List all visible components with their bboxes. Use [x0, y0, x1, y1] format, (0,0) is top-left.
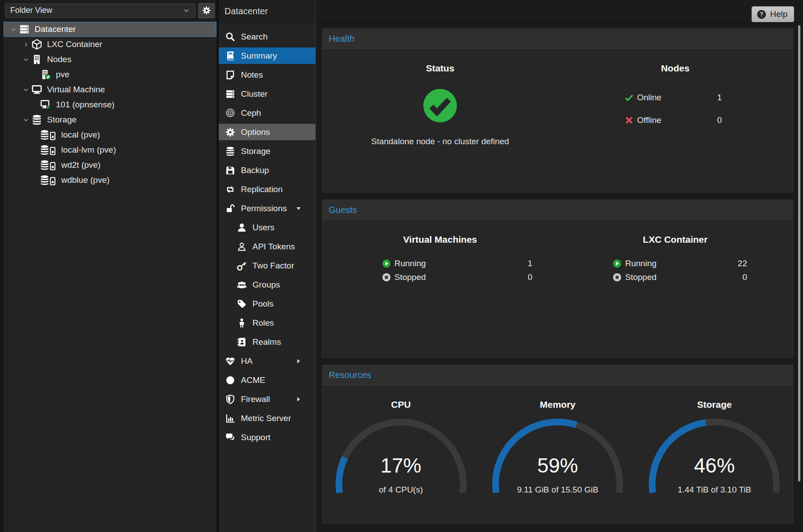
- tree-item-nodes[interactable]: Nodes: [4, 52, 216, 67]
- tree-item-local-pve[interactable]: local (pve): [4, 127, 216, 142]
- tree-settings-button[interactable]: [198, 3, 215, 18]
- nav-item-search[interactable]: Search: [219, 28, 315, 45]
- cluster-icon: [225, 89, 236, 99]
- tag-icon: [236, 299, 247, 309]
- nav-item-api-tokens[interactable]: API Tokens: [219, 238, 315, 255]
- vertical-scrollbar-thumb[interactable]: [798, 25, 800, 481]
- nav-item-label: Permissions: [241, 204, 287, 213]
- heartbeat-icon: [225, 356, 236, 366]
- nav-item-options[interactable]: Options: [219, 124, 315, 140]
- nav-item-two-factor[interactable]: Two Factor: [219, 257, 315, 274]
- chevron-right-icon[interactable]: [20, 39, 31, 50]
- view-mode-value: Folder View: [10, 6, 182, 15]
- nav-item-label: Metric Server: [241, 414, 291, 423]
- nav-item-label: Notes: [241, 70, 263, 80]
- db-drive-icon: [40, 129, 57, 141]
- proxmox-app: Folder View DatacenterLXC ContainerNodes…: [0, 0, 803, 532]
- gear-icon: [202, 6, 211, 15]
- chevron-down-icon[interactable]: [20, 114, 31, 125]
- chevron-down-icon[interactable]: [20, 54, 31, 65]
- expander-glyph: [22, 41, 30, 48]
- db-drive-icon: [40, 159, 57, 171]
- health-panel: Health Status Standalone node - no clust…: [322, 28, 793, 193]
- tree-item-lxc-container[interactable]: LXC Container: [4, 37, 216, 52]
- tree-item-label: Datacenter: [35, 22, 76, 37]
- tree-toolbar: Folder View: [4, 0, 216, 21]
- nav-item-permissions[interactable]: Permissions: [219, 200, 315, 217]
- resource-gauge-storage: Storage46%1.44 TiB of 3.10 TiB: [636, 385, 793, 495]
- gauge-detail: of 4 CPU(s): [323, 485, 479, 495]
- nav-item-backup[interactable]: Backup: [219, 162, 315, 178]
- nav-item-label: HA: [241, 356, 252, 366]
- nav-item-cluster[interactable]: Cluster: [219, 86, 315, 102]
- status-heading: Status: [323, 49, 558, 74]
- guest-row-label: Stopped: [394, 272, 426, 282]
- nav-item-ha[interactable]: HA: [219, 353, 315, 369]
- chevron-down-icon[interactable]: [20, 84, 31, 95]
- tree-item-datacenter[interactable]: Datacenter: [4, 22, 216, 37]
- tree-item-pve[interactable]: pve: [4, 67, 216, 82]
- nav-item-acme[interactable]: ACME: [219, 372, 315, 388]
- check-icon: [624, 93, 634, 102]
- nav-item-label: Replication: [241, 185, 283, 194]
- health-status-column: Status Standalone node - no cluster defi…: [323, 49, 558, 146]
- summary-content: Help Health Status Standalone node - no …: [316, 0, 803, 532]
- nav-item-users[interactable]: Users: [219, 219, 315, 236]
- nav-item-support[interactable]: Support: [219, 429, 315, 445]
- expander-glyph: [22, 56, 30, 63]
- chevron-down-icon[interactable]: [8, 24, 19, 35]
- nav-item-groups[interactable]: Groups: [219, 276, 315, 293]
- cluster-status-message: Standalone node - no cluster defined: [323, 137, 558, 146]
- guests-column-lxc-container: LXC ContainerRunning22Stopped0: [558, 220, 793, 284]
- guest-row-value: 0: [742, 272, 747, 282]
- replication-icon: [225, 184, 236, 195]
- tree-item-label: wd2t (pve): [61, 158, 101, 173]
- help-button[interactable]: Help: [752, 6, 794, 22]
- cross-icon: [624, 115, 634, 125]
- tree-item-wd2t-pve[interactable]: wd2t (pve): [4, 158, 216, 173]
- nav-item-summary[interactable]: Summary: [219, 47, 315, 64]
- tree-item-label: Nodes: [47, 52, 71, 67]
- guest-row-label: Running: [394, 259, 426, 268]
- tree-item-label: wdblue (pve): [61, 173, 110, 188]
- tree-item-label: pve: [56, 67, 70, 82]
- datacenter-nav-menu: SearchSummaryNotesClusterCephOptionsStor…: [219, 23, 315, 445]
- nav-item-label: Search: [241, 32, 268, 42]
- tree-item-storage[interactable]: Storage: [4, 112, 216, 127]
- guests-column-heading: LXC Container: [558, 220, 793, 245]
- guest-row-label: Stopped: [625, 272, 657, 282]
- tree-item-virtual-machine[interactable]: Virtual Machine: [4, 82, 216, 97]
- nav-item-ceph[interactable]: Ceph: [219, 105, 315, 121]
- resources-panel: Resources CPU17%of 4 CPU(s)Memory59%9.11…: [322, 365, 793, 524]
- nav-item-label: Support: [241, 433, 271, 442]
- tree-item-local-lvm-pve[interactable]: local-lvm (pve): [4, 142, 216, 158]
- nav-item-roles[interactable]: Roles: [219, 315, 315, 331]
- unlock-icon: [225, 203, 236, 214]
- gauge-heading: Storage: [636, 385, 793, 410]
- nav-item-metric-server[interactable]: Metric Server: [219, 410, 315, 426]
- view-mode-select[interactable]: Folder View: [5, 4, 195, 18]
- guest-row-stopped: Stopped0: [323, 270, 558, 284]
- nav-item-notes[interactable]: Notes: [219, 67, 315, 83]
- building-check-icon: [40, 69, 51, 80]
- user-icon: [236, 222, 247, 233]
- db-drive-icon: [40, 144, 57, 156]
- monitor-icon: [31, 84, 43, 95]
- nav-item-label: Summary: [241, 51, 277, 61]
- tree-item-101-opnsense[interactable]: 101 (opnsense): [4, 97, 216, 112]
- gauge-percent-value: 46%: [648, 453, 781, 477]
- tree-item-label: 101 (opnsense): [56, 97, 114, 112]
- expander-glyph: [22, 86, 30, 94]
- nav-item-replication[interactable]: Replication: [219, 181, 315, 197]
- guest-row-stopped: Stopped0: [558, 270, 793, 284]
- nav-item-pools[interactable]: Pools: [219, 296, 315, 312]
- nav-item-firewall[interactable]: Firewall: [219, 391, 315, 407]
- nodes-row-value: 0: [717, 115, 722, 125]
- nav-item-realms[interactable]: Realms: [219, 334, 315, 350]
- tree-item-label: LXC Container: [47, 37, 102, 52]
- nav-item-storage[interactable]: Storage: [219, 143, 315, 159]
- nav-item-label: ACME: [241, 375, 265, 385]
- status-ok-icon: [421, 87, 459, 124]
- tree-item-wdblue-pve[interactable]: wdblue (pve): [4, 173, 216, 188]
- guests-panel-title: Guests: [323, 200, 793, 220]
